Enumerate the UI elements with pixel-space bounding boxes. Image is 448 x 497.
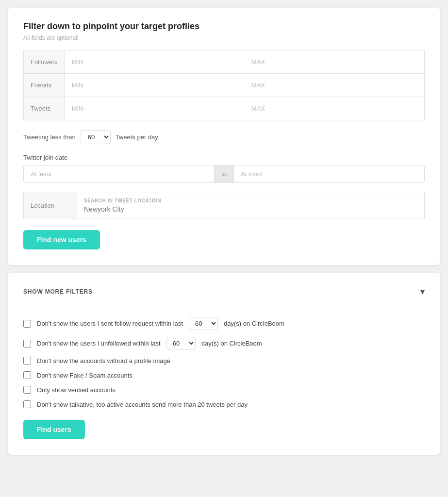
location-input[interactable] — [84, 205, 417, 213]
checkbox-row4[interactable] — [23, 371, 31, 379]
tweeting-select[interactable]: 10203060100200 — [81, 130, 111, 144]
join-date-row: to — [23, 165, 425, 183]
find-new-users-button[interactable]: Find new users — [23, 230, 100, 249]
more-filter-row-3: Don't show the accounts without a profil… — [23, 357, 425, 364]
followers-min-input[interactable] — [65, 50, 245, 73]
checkbox-row2[interactable] — [23, 340, 31, 348]
filter-table-row: Friends — [24, 74, 425, 97]
location-label: Location — [24, 193, 77, 218]
location-table: Location SEARCH IN TWEET LOCATION — [23, 193, 425, 218]
tweeting-row: Tweeting less than 10203060100200 Tweets… — [23, 130, 425, 144]
join-date-at-most-input[interactable] — [233, 165, 425, 183]
filter-table-row: Tweets — [24, 97, 425, 120]
show-more-header: SHOW MORE FILTERS ▾ — [23, 286, 425, 307]
more-filter-row-5: Only show verified accounts — [23, 386, 425, 394]
join-date-to: to — [215, 165, 233, 183]
filter-suffix-row2: day(s) on CircleBoom — [201, 340, 262, 347]
find-users-btn-wrap: Find users — [23, 420, 425, 439]
checkbox-row5[interactable] — [23, 386, 31, 394]
filter-label-friends: Friends — [24, 74, 65, 97]
filter-label-followers: Followers — [24, 50, 65, 74]
friends-min-input[interactable] — [65, 74, 245, 97]
optional-note: All fields are optional! — [23, 34, 425, 41]
tweets-max-input[interactable] — [245, 97, 424, 120]
filter-table: Followers Friends Tweets — [23, 50, 425, 120]
checkbox-row1[interactable] — [23, 320, 31, 328]
more-filter-row-6: Don't show talkative, too active account… — [23, 400, 425, 408]
join-date-at-least-input[interactable] — [23, 165, 215, 183]
filter-text-row5: Only show verified accounts — [37, 386, 116, 394]
followers-max-input[interactable] — [245, 50, 424, 73]
filter-text-row4: Don't show Fake / Spam accounts — [37, 372, 133, 379]
filter-table-row: Followers — [24, 50, 425, 74]
tweets-min-input[interactable] — [65, 97, 245, 120]
more-filter-rows: Don't show the users I sent follow reque… — [23, 317, 425, 408]
friends-max-input[interactable] — [245, 74, 424, 97]
more-filter-row-4: Don't show Fake / Spam accounts — [23, 371, 425, 379]
find-users-button[interactable]: Find users — [23, 420, 85, 439]
show-more-label: SHOW MORE FILTERS — [23, 288, 93, 295]
more-filter-row-1: Don't show the users I sent follow reque… — [23, 317, 425, 330]
checkbox-row6[interactable] — [23, 400, 31, 408]
filter-text-row3: Don't show the accounts without a profil… — [37, 357, 170, 364]
filter-text-row2: Don't show the users I unfollowed within… — [37, 340, 161, 347]
filter-text-row6: Don't show talkative, too active account… — [37, 401, 248, 408]
filter-label-tweets: Tweets — [24, 97, 65, 120]
tweeting-suffix: Tweets per day — [116, 133, 158, 141]
chevron-down-icon[interactable]: ▾ — [420, 286, 425, 297]
filter-select-row1[interactable]: 10203060100200 — [189, 317, 218, 330]
more-filters-card: SHOW MORE FILTERS ▾ Don't show the users… — [8, 273, 440, 455]
filter-suffix-row1: day(s) on CircleBoom — [224, 320, 284, 327]
more-filter-row-2: Don't show the users I unfollowed within… — [23, 337, 425, 350]
checkbox-row3[interactable] — [23, 357, 31, 364]
filter-text-row1: Don't show the users I sent follow reque… — [37, 320, 183, 327]
join-date-section: Twitter join date to — [23, 154, 425, 183]
join-date-label: Twitter join date — [23, 154, 425, 161]
card-title: Filter down to pinpoint your target prof… — [23, 21, 425, 32]
location-search-label: SEARCH IN TWEET LOCATION — [84, 198, 417, 203]
tweeting-prefix: Tweeting less than — [23, 133, 76, 141]
filter-select-row2[interactable]: 10203060100200 — [166, 337, 196, 350]
main-filter-card: Filter down to pinpoint your target prof… — [8, 8, 440, 265]
